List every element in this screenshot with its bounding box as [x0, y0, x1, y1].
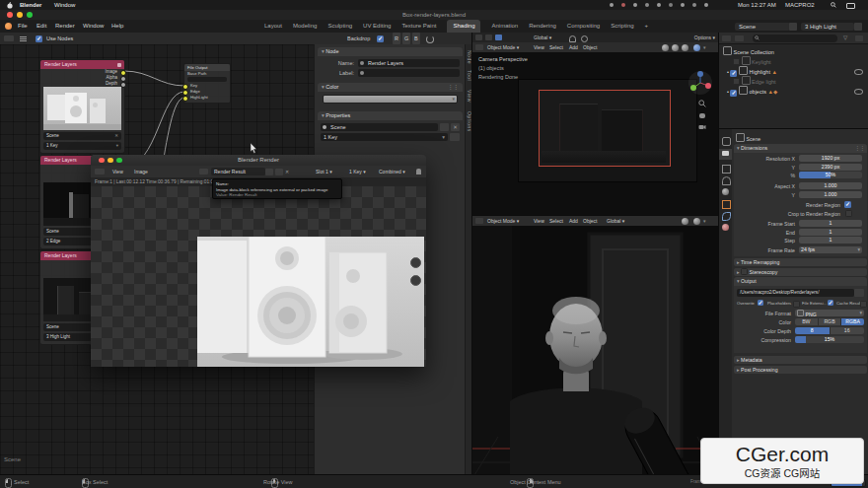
resolution-x-field[interactable]: 1920 px: [799, 155, 862, 162]
output-panel-header[interactable]: ▾ Output: [734, 277, 867, 286]
zoom-out-overlay-button[interactable]: [410, 275, 421, 286]
menubar-app[interactable]: Blender: [20, 0, 41, 10]
snap-magnet-icon[interactable]: [569, 35, 576, 42]
filter-icon[interactable]: ▽: [843, 33, 847, 43]
cursor-tool-icon[interactable]: [485, 35, 492, 40]
eye-icon[interactable]: [854, 69, 863, 75]
panel-options-icon[interactable]: ⋮⋮: [448, 83, 463, 92]
zoom-in-overlay-button[interactable]: [410, 257, 421, 268]
display-mode-icon[interactable]: [735, 35, 744, 41]
render-region-checkbox[interactable]: ✓: [844, 201, 851, 208]
dimensions-panel-header[interactable]: ▾ Dimensions⋮⋮: [734, 144, 867, 153]
render-canvas[interactable]: [91, 186, 426, 367]
editor-menus-icon[interactable]: [20, 36, 27, 37]
topbar-menu-window[interactable]: Window: [83, 20, 104, 33]
aspect-y-field[interactable]: 1.000: [799, 191, 862, 198]
orientation-dropdown[interactable]: Global ▾: [607, 216, 624, 226]
shading-dropdown-icon[interactable]: ▾: [703, 216, 706, 226]
topbar-menu-edit[interactable]: Edit: [36, 20, 46, 33]
tab-view-layer-properties[interactable]: [722, 165, 731, 174]
placeholders-checkbox[interactable]: [793, 301, 800, 308]
color-mode-segmented[interactable]: BW RGB RGBA: [795, 318, 864, 325]
pass-dropdown[interactable]: Combined ▾: [379, 166, 405, 177]
color-rgba-option[interactable]: RGBA: [841, 318, 864, 325]
refresh-backdrop-icon[interactable]: [426, 35, 434, 43]
shading-rendered-icon[interactable]: [693, 44, 700, 51]
shading-material-icon[interactable]: [682, 44, 688, 51]
compression-slider[interactable]: 15%: [795, 336, 864, 343]
depth-16-option[interactable]: 16: [831, 327, 865, 334]
file-extensions-checkbox[interactable]: ✓: [828, 300, 833, 306]
navigation-gizmo[interactable]: [687, 70, 713, 96]
node-header[interactable]: File Output: [184, 64, 230, 71]
new-image-button[interactable]: [265, 169, 273, 175]
metadata-panel-header[interactable]: ▸ Metadata: [734, 356, 867, 364]
image-browse-icon[interactable]: [199, 169, 208, 174]
tab-shading[interactable]: Shading: [447, 20, 480, 33]
shading-solid-icon[interactable]: [672, 44, 679, 51]
outliner-item-objects[interactable]: • ✓ objects ▲◆: [727, 86, 777, 97]
image-datablock-field[interactable]: Render Result: [211, 168, 265, 175]
unlink-button[interactable]: ✕: [451, 123, 460, 131]
tab-rendering[interactable]: Rendering: [529, 20, 556, 33]
viewport-top-content[interactable]: Camera Perspective (1) objects Rendering…: [472, 52, 719, 215]
tab-layout[interactable]: Layout: [264, 20, 282, 33]
channel-r-button[interactable]: R: [393, 33, 400, 44]
browse-folder-icon[interactable]: [854, 289, 864, 297]
select-menu[interactable]: Select: [549, 42, 563, 52]
shading-solid-icon[interactable]: [682, 218, 688, 225]
zoom-view-icon[interactable]: [698, 100, 706, 107]
node-name-field[interactable]: Render Layers: [358, 59, 460, 67]
topbar-menu-file[interactable]: File: [18, 20, 28, 33]
add-menu[interactable]: Add: [569, 42, 578, 52]
aspect-x-field[interactable]: 1.000: [799, 182, 862, 189]
view-layer-selector[interactable]: 3 High Light: [801, 23, 854, 31]
tab-modeling[interactable]: Modeling: [293, 20, 317, 33]
sidebar-scene-field[interactable]: Scene: [321, 123, 438, 131]
render-icon[interactable]: [117, 63, 121, 67]
image-menu[interactable]: Image: [134, 166, 148, 177]
depth-8-option[interactable]: 8: [795, 327, 831, 334]
properties-panel-header[interactable]: ▾ Properties: [318, 111, 463, 120]
tab-scripting[interactable]: Scripting: [611, 20, 633, 33]
node-label-field[interactable]: [358, 69, 460, 77]
channel-b-button[interactable]: B: [412, 33, 420, 44]
outliner-item-keylight[interactable]: Keylight: [733, 56, 771, 65]
frame-step-field[interactable]: 1: [799, 237, 862, 244]
cache-result-checkbox[interactable]: [860, 301, 867, 308]
viewport-options-dropdown[interactable]: Options ▾: [694, 33, 715, 42]
view-menu[interactable]: View: [534, 216, 544, 226]
active-tool-icon[interactable]: [475, 35, 482, 40]
node-panel-header[interactable]: ▾ Node: [318, 47, 463, 56]
menubar-menu-window[interactable]: Window: [54, 0, 75, 10]
outliner-item-edgelight[interactable]: Edge light: [733, 76, 776, 85]
proportional-edit-icon[interactable]: [581, 35, 588, 42]
slot-dropdown[interactable]: Slot 1 ▾: [316, 166, 332, 177]
tab-animation[interactable]: Animation: [491, 20, 518, 33]
post-processing-panel-header[interactable]: ▸ Post Processing: [734, 366, 867, 374]
color-ramp-widget[interactable]: ▾: [323, 95, 458, 104]
topbar-menu-help[interactable]: Help: [111, 20, 123, 33]
control-center-icon[interactable]: [846, 3, 855, 9]
time-remapping-panel-header[interactable]: ▸ Time Remapping: [734, 258, 867, 266]
object-menu[interactable]: Object: [583, 216, 597, 226]
speaker-object-right[interactable]: [602, 109, 643, 153]
tab-add-workspace[interactable]: +: [645, 20, 649, 33]
object-menu[interactable]: Object: [583, 42, 597, 52]
scene-selector[interactable]: Scene: [735, 23, 790, 31]
outliner-search-input[interactable]: [753, 35, 837, 42]
channel-g-button[interactable]: G: [402, 33, 410, 44]
eye-icon[interactable]: [854, 89, 863, 95]
apple-logo-icon[interactable]: [7, 2, 13, 9]
webcam-view[interactable]: [472, 226, 719, 475]
outliner-type-icon[interactable]: [722, 35, 731, 41]
sidebar-layer-dropdown[interactable]: 1 Key▾: [321, 133, 448, 141]
tab-object-properties[interactable]: [722, 200, 731, 209]
crop-region-checkbox[interactable]: [845, 210, 852, 217]
mode-dropdown[interactable]: Object Mode ▾: [487, 42, 519, 52]
open-image-button[interactable]: [275, 169, 283, 175]
editor-type-icon[interactable]: [475, 218, 483, 224]
pin-icon[interactable]: [416, 169, 421, 174]
editor-type-icon[interactable]: [95, 169, 105, 174]
unlink-image-button[interactable]: ✕: [285, 166, 289, 177]
